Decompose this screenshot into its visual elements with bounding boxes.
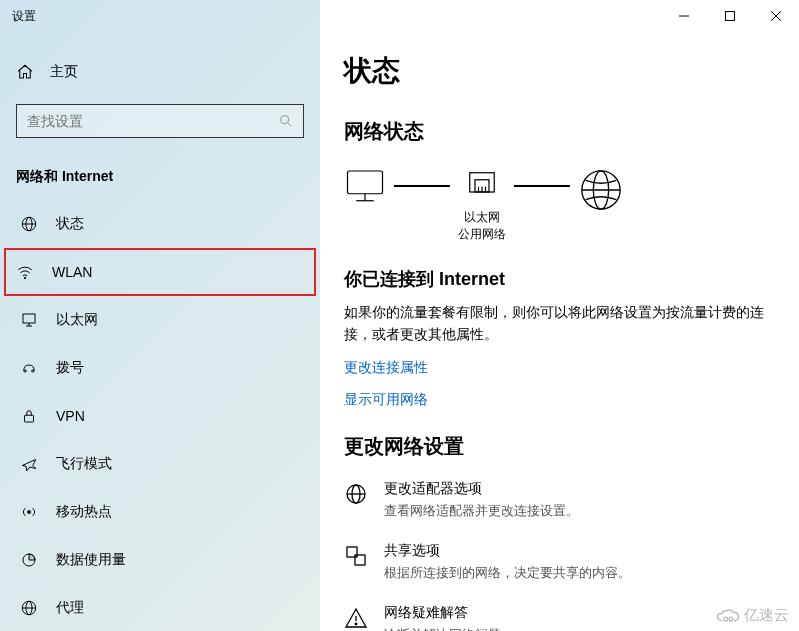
setting-title: 更改适配器选项 (384, 480, 579, 498)
window-title: 设置 (0, 0, 320, 32)
sidebar-item-wlan[interactable]: WLAN (4, 248, 316, 296)
vpn-icon (20, 407, 38, 425)
sidebar-item-airplane[interactable]: 飞行模式 (0, 440, 320, 488)
search-box[interactable] (16, 104, 304, 138)
search-icon (278, 113, 294, 129)
sidebar-item-dialup[interactable]: 拨号 (0, 344, 320, 392)
svg-point-40 (729, 617, 733, 621)
ethernet-node: 以太网 公用网络 (458, 167, 506, 243)
network-status-heading: 网络状态 (344, 118, 775, 145)
page-title: 状态 (344, 52, 775, 90)
network-diagram: 以太网 公用网络 (344, 167, 775, 243)
setting-desc: 查看网络适配器并更改连接设置。 (384, 502, 579, 520)
svg-point-12 (28, 511, 31, 514)
home-label: 主页 (50, 63, 78, 81)
nav-label: 拨号 (56, 359, 84, 377)
content-area: 状态 网络状态 以太网 公用网络 你已连接到 Internet 如果你的流量套餐… (320, 0, 799, 631)
change-settings-heading: 更改网络设置 (344, 433, 775, 460)
sidebar-item-status[interactable]: 状态 (0, 200, 320, 248)
watermark: 亿速云 (716, 606, 789, 625)
setting-desc: 诊断并解决网络问题 (384, 626, 501, 631)
nav-label: VPN (56, 408, 85, 424)
setting-title: 网络疑难解答 (384, 604, 501, 622)
link-show-available[interactable]: 显示可用网络 (344, 391, 775, 409)
link-change-props[interactable]: 更改连接属性 (344, 359, 775, 377)
watermark-text: 亿速云 (744, 606, 789, 625)
sidebar-item-proxy[interactable]: 代理 (0, 584, 320, 631)
sidebar-item-vpn[interactable]: VPN (0, 392, 320, 440)
dialup-icon (20, 359, 38, 377)
nav-label: WLAN (52, 264, 92, 280)
sidebar: 设置 主页 网络和 Internet 状态 WLAN 以太网 拨号 VPN (0, 0, 320, 631)
home-icon (16, 63, 34, 81)
nav-label: 移动热点 (56, 503, 112, 521)
diagram-line (514, 185, 570, 187)
nav-label: 数据使用量 (56, 551, 126, 569)
sidebar-item-datausage[interactable]: 数据使用量 (0, 536, 320, 584)
nav-label: 状态 (56, 215, 84, 233)
proxy-icon (20, 599, 38, 617)
category-heading: 网络和 Internet (0, 148, 320, 200)
pc-node (344, 167, 386, 203)
setting-sharing-options[interactable]: 共享选项 根据所连接到的网络，决定要共享的内容。 (344, 542, 775, 582)
svg-rect-11 (25, 415, 34, 422)
svg-point-5 (24, 277, 26, 279)
nav-label: 以太网 (56, 311, 98, 329)
connected-body: 如果你的流量套餐有限制，则你可以将此网络设置为按流量计费的连接，或者更改其他属性… (344, 301, 775, 346)
adapter-icon (344, 482, 368, 506)
connected-heading: 你已连接到 Internet (344, 267, 775, 291)
hotspot-icon (20, 503, 38, 521)
nav-label: 代理 (56, 599, 84, 617)
setting-troubleshoot[interactable]: 网络疑难解答 诊断并解决网络问题 (344, 604, 775, 631)
svg-point-9 (24, 370, 26, 372)
sharing-icon (344, 544, 368, 568)
svg-rect-6 (23, 314, 35, 323)
setting-title: 共享选项 (384, 542, 631, 560)
nav-label: 飞行模式 (56, 455, 112, 473)
svg-point-39 (724, 617, 728, 621)
ethernet-icon (20, 311, 38, 329)
svg-line-1 (288, 123, 291, 126)
svg-point-10 (32, 370, 34, 372)
wifi-icon (16, 263, 34, 281)
warning-icon (344, 606, 368, 630)
setting-desc: 根据所连接到的网络，决定要共享的内容。 (384, 564, 631, 582)
svg-rect-21 (348, 171, 383, 194)
eth-sub: 公用网络 (458, 226, 506, 243)
globe-node (578, 167, 624, 213)
eth-label: 以太网 (458, 209, 506, 226)
sidebar-item-hotspot[interactable]: 移动热点 (0, 488, 320, 536)
svg-point-0 (281, 116, 289, 124)
airplane-icon (20, 455, 38, 473)
sidebar-item-ethernet[interactable]: 以太网 (0, 296, 320, 344)
setting-adapter-options[interactable]: 更改适配器选项 查看网络适配器并更改连接设置。 (344, 480, 775, 520)
svg-point-38 (355, 624, 357, 626)
diagram-line (394, 185, 450, 187)
home-nav[interactable]: 主页 (0, 50, 320, 94)
globe-icon (20, 215, 38, 233)
search-input[interactable] (16, 104, 304, 138)
datausage-icon (20, 551, 38, 569)
